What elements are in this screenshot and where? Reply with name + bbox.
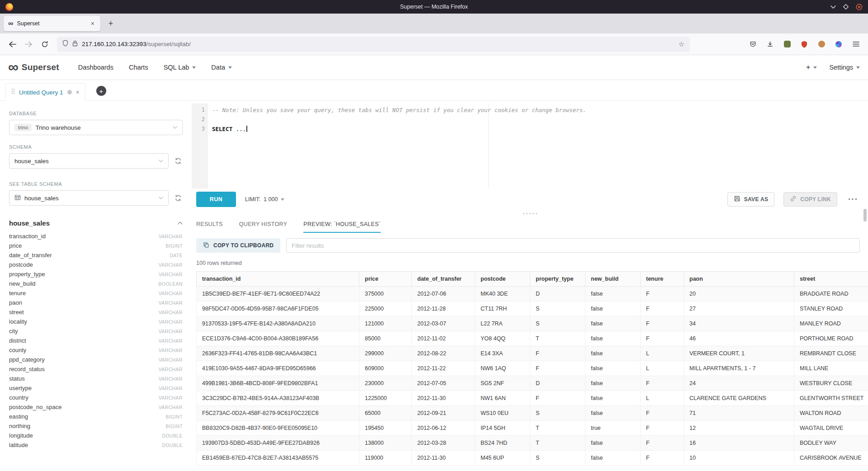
- url-bar[interactable]: 217.160.120.143:32393/superset/sqllab/ ☆: [57, 37, 690, 52]
- schema-column-row[interactable]: status VARCHAR: [9, 374, 183, 383]
- results-tab-results[interactable]: RESULTS: [196, 217, 223, 233]
- superset-brand[interactable]: ∞ Superset: [8, 61, 59, 73]
- schema-column-row[interactable]: record_status VARCHAR: [9, 364, 183, 374]
- column-header-street[interactable]: street: [794, 272, 868, 287]
- editor-code[interactable]: -- Note: Unless you save your query, the…: [208, 104, 868, 188]
- app-nav-item-sql-lab[interactable]: SQL Lab: [164, 64, 196, 71]
- results-table-wrap[interactable]: transaction_idpricedate_of_transferpostc…: [196, 271, 868, 471]
- more-options-button[interactable]: ···: [846, 194, 860, 204]
- copy-link-button[interactable]: COPY LINK: [783, 192, 837, 207]
- schema-column-row[interactable]: usertype VARCHAR: [9, 383, 183, 393]
- schema-refresh-button[interactable]: [174, 156, 183, 165]
- table-row[interactable]: EB1459EB-67ED-47C8-B2E7-A38143AB55751190…: [197, 451, 868, 466]
- schema-column-row[interactable]: ppd_category VARCHAR: [9, 355, 183, 364]
- pocket-icon[interactable]: [747, 38, 759, 50]
- table-row[interactable]: 98F5DC47-0D05-4D59-95B7-98CA6F1FDE052250…: [197, 301, 868, 316]
- new-tab-button[interactable]: +: [104, 17, 118, 30]
- app-nav-item-dashboards[interactable]: Dashboards: [78, 64, 113, 71]
- scrollbar-thumb[interactable]: [863, 209, 867, 221]
- column-header-paon[interactable]: paon: [684, 272, 794, 287]
- schema-column-row[interactable]: price BIGINT: [9, 241, 183, 250]
- browser-window: Superset — Mozilla Firefox ∞ Superset × …: [0, 0, 868, 471]
- url-text[interactable]: 217.160.120.143:32393/superset/sqllab/: [82, 41, 191, 47]
- menu-hamburger-icon[interactable]: [850, 38, 862, 50]
- schema-column-row[interactable]: country VARCHAR: [9, 393, 183, 402]
- extension-icon-1[interactable]: [781, 38, 793, 50]
- schema-select[interactable]: house_sales: [9, 153, 169, 169]
- drag-handle-icon[interactable]: [11, 88, 15, 96]
- reload-button[interactable]: [37, 37, 52, 52]
- column-header-price[interactable]: price: [359, 272, 412, 287]
- browser-tab[interactable]: ∞ Superset ×: [4, 16, 100, 31]
- table-row[interactable]: 193907D3-5DBD-453D-A49E-9FEE27DAB9261380…: [197, 436, 868, 451]
- table-row[interactable]: 419E1030-9A55-4467-8DA9-9FED95D659666090…: [197, 361, 868, 376]
- bookmark-star-icon[interactable]: ☆: [679, 40, 684, 48]
- add-query-tab-button[interactable]: +: [96, 86, 106, 96]
- schema-column-row[interactable]: property_type VARCHAR: [9, 269, 183, 279]
- table-row[interactable]: 1B5C39ED-BE7F-41EF-9E71-9C60EED74A223750…: [197, 287, 868, 301]
- table-row[interactable]: ECE1D376-C9A6-4C00-B004-A380B189FA568500…: [197, 331, 868, 346]
- app-nav-item-data[interactable]: Data: [211, 64, 232, 71]
- save-as-button[interactable]: SAVE AS: [727, 192, 774, 207]
- results-tab-preview-house-sales[interactable]: PREVIEW: `HOUSE_SALES`: [303, 217, 381, 233]
- table-select[interactable]: house_sales: [9, 190, 169, 206]
- window-minimize-icon[interactable]: [830, 5, 836, 9]
- schema-column-row[interactable]: district VARCHAR: [9, 336, 183, 345]
- splitter-handle[interactable]: [192, 210, 868, 217]
- limit-dropdown[interactable]: LIMIT: 1 000: [245, 196, 284, 203]
- extension-icon-3[interactable]: [816, 38, 827, 50]
- table-cell: F: [641, 287, 684, 301]
- query-tab-label: Untitled Query 1: [19, 89, 63, 96]
- extension-icon-4[interactable]: [833, 38, 844, 50]
- schema-column-row[interactable]: county VARCHAR: [9, 345, 183, 355]
- column-header-transaction_id[interactable]: transaction_id: [197, 272, 359, 287]
- column-header-new_build[interactable]: new_build: [585, 272, 641, 287]
- app-nav-item-charts[interactable]: Charts: [129, 64, 148, 71]
- table-refresh-button[interactable]: [174, 193, 183, 203]
- add-new-menu[interactable]: +: [806, 63, 817, 72]
- schema-column-row[interactable]: street VARCHAR: [9, 307, 183, 317]
- schema-column-row[interactable]: paon VARCHAR: [9, 298, 183, 307]
- results-tab-query-history[interactable]: QUERY HISTORY: [239, 217, 287, 233]
- back-button[interactable]: [5, 37, 20, 52]
- schema-column-row[interactable]: new_build BOOLEAN: [9, 279, 183, 288]
- table-row[interactable]: 91370533-19F5-47FE-B142-A380A8ADA2101210…: [197, 316, 868, 331]
- table-row[interactable]: BB8320C9-D82B-4B37-90E0-9FEE05095E101954…: [197, 421, 868, 436]
- copy-to-clipboard-button[interactable]: COPY TO CLIPBOARD: [196, 238, 280, 253]
- schema-column-row[interactable]: locality VARCHAR: [9, 317, 183, 326]
- table-row[interactable]: F5C273AC-0D2A-458F-8279-9C61F0C22EC66500…: [197, 406, 868, 421]
- column-header-tenure[interactable]: tenure: [641, 272, 684, 287]
- query-tab-close-icon[interactable]: ×: [76, 89, 80, 95]
- window-maximize-icon[interactable]: [843, 4, 849, 9]
- schema-column-row[interactable]: latitude DOUBLE: [9, 440, 183, 450]
- downloads-icon[interactable]: [764, 38, 776, 50]
- query-tab-active[interactable]: Untitled Query 1 ×: [5, 83, 85, 101]
- table-row[interactable]: 499B1981-3B6B-4BCD-808F-9FED9802BFA12300…: [197, 376, 868, 391]
- filter-results-input[interactable]: [286, 238, 860, 253]
- collapse-chevron-icon[interactable]: [178, 221, 183, 225]
- schema-column-row[interactable]: date_of_transfer DATE: [9, 250, 183, 260]
- window-close-icon[interactable]: [856, 4, 863, 10]
- sql-editor[interactable]: 123 -- Note: Unless you save your query,…: [192, 104, 868, 188]
- lock-icon[interactable]: [72, 40, 78, 48]
- schema-column-row[interactable]: easting BIGINT: [9, 412, 183, 421]
- extension-icon-2[interactable]: [798, 38, 810, 50]
- schema-column-row[interactable]: transaction_id VARCHAR: [9, 231, 183, 241]
- shield-icon[interactable]: [62, 40, 68, 48]
- table-row[interactable]: 2636F323-FF41-4765-81DB-98CAA6A43BC12990…: [197, 346, 868, 361]
- forward-button[interactable]: [21, 37, 36, 52]
- schema-column-row[interactable]: postcode VARCHAR: [9, 260, 183, 269]
- schema-column-row[interactable]: postcode_no_space VARCHAR: [9, 402, 183, 412]
- column-header-postcode[interactable]: postcode: [475, 272, 530, 287]
- run-button[interactable]: RUN: [196, 192, 236, 207]
- database-select[interactable]: trino Trino warehouse: [9, 120, 183, 135]
- schema-column-row[interactable]: longitude DOUBLE: [9, 431, 183, 440]
- tab-close-icon[interactable]: ×: [90, 19, 96, 28]
- settings-menu[interactable]: Settings: [830, 64, 860, 71]
- column-header-property_type[interactable]: property_type: [530, 272, 585, 287]
- column-header-date_of_transfer[interactable]: date_of_transfer: [412, 272, 475, 287]
- schema-column-row[interactable]: tenure VARCHAR: [9, 288, 183, 298]
- schema-column-row[interactable]: city VARCHAR: [9, 326, 183, 336]
- schema-column-row[interactable]: northing BIGINT: [9, 421, 183, 431]
- table-row[interactable]: 3C3C29DC-B7B2-4BE5-914A-A38123AF403B1225…: [197, 391, 868, 406]
